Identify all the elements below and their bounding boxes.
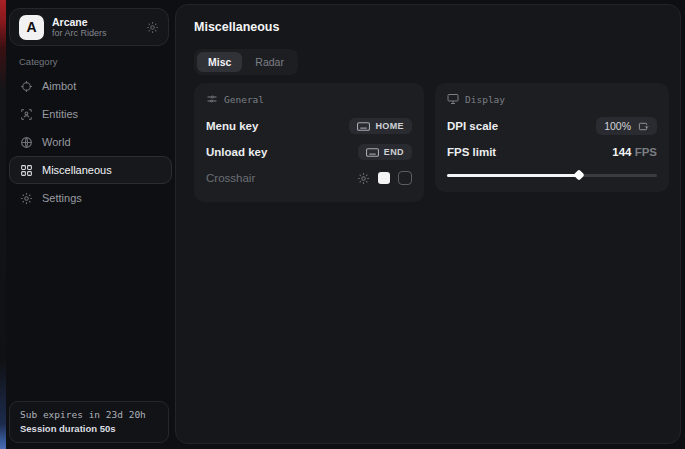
slider-fill <box>447 174 579 177</box>
dpi-scale-label: DPI scale <box>447 120 498 132</box>
crosshair-row: Crosshair <box>206 166 412 190</box>
sidebar-item-world[interactable]: World <box>9 128 172 156</box>
app-title: Arcane <box>52 16 138 28</box>
sidebar-item-label: Entities <box>42 108 78 120</box>
gear-icon[interactable] <box>357 172 370 185</box>
menu-key-bind-button[interactable]: HOME <box>349 118 412 134</box>
display-card-title: Display <box>465 94 505 105</box>
sidebar-item-label: World <box>42 136 71 148</box>
menu-key-row: Menu key HOME <box>206 114 412 138</box>
scan-person-icon <box>20 108 33 121</box>
fps-unit: FPS <box>635 146 657 158</box>
dpi-scale-value: 100% <box>604 120 631 132</box>
sidebar-nav: Aimbot Entities World Miscellaneous Sett… <box>6 72 175 212</box>
fps-limit-value: 144 FPS <box>612 146 657 158</box>
sidebar-item-aimbot[interactable]: Aimbot <box>9 72 172 100</box>
sidebar-item-label: Settings <box>42 192 82 204</box>
session-duration-text: Session duration 50s <box>20 423 158 434</box>
fps-limit-slider[interactable] <box>447 170 657 180</box>
main-panel: Miscellaneous Misc Radar General Menu ke… <box>175 4 681 444</box>
unload-key-label: Unload key <box>206 146 267 158</box>
gear-icon[interactable] <box>146 21 159 34</box>
tab-misc[interactable]: Misc <box>197 52 242 72</box>
menu-key-label: Menu key <box>206 120 258 132</box>
display-card: Display DPI scale 100% FPS limit 144 FPS <box>435 83 669 192</box>
app-meta: Arcane for Arc Riders <box>52 16 138 38</box>
sidebar-item-label: Aimbot <box>42 80 76 92</box>
sidebar-item-entities[interactable]: Entities <box>9 100 172 128</box>
unload-key-row: Unload key END <box>206 140 412 164</box>
app-subtitle: for Arc Riders <box>52 28 138 38</box>
crosshair-icon <box>20 80 33 93</box>
keyboard-icon <box>366 148 379 157</box>
subscription-card: Sub expires in 23d 20h Session duration … <box>9 401 169 443</box>
fps-limit-label: FPS limit <box>447 146 496 158</box>
tab-radar[interactable]: Radar <box>244 52 295 72</box>
cards-row: General Menu key HOME Unload key END <box>194 83 669 202</box>
gear-icon <box>20 192 33 205</box>
grid-icon <box>20 164 33 177</box>
monitor-icon <box>447 93 459 105</box>
slider-thumb[interactable] <box>574 169 585 180</box>
crosshair-controls <box>357 171 412 185</box>
general-card-header: General <box>206 93 412 105</box>
display-card-header: Display <box>447 93 657 105</box>
sidebar: A Arcane for Arc Riders Category Aimbot … <box>6 0 175 449</box>
sidebar-item-miscellaneous[interactable]: Miscellaneous <box>9 156 172 184</box>
sidebar-item-label: Miscellaneous <box>42 164 112 176</box>
sliders-icon <box>206 93 218 105</box>
cycle-icon <box>638 121 649 132</box>
general-card-title: General <box>224 94 264 105</box>
app-logo: A <box>19 15 44 40</box>
crosshair-label: Crosshair <box>206 172 255 184</box>
globe-icon <box>20 136 33 149</box>
unload-key-bind-button[interactable]: END <box>358 144 412 160</box>
page-title: Miscellaneous <box>194 20 279 34</box>
crosshair-checkbox[interactable] <box>398 171 412 185</box>
sub-expires-text: Sub expires in 23d 20h <box>20 409 158 420</box>
category-label: Category <box>19 56 58 67</box>
tab-bar: Misc Radar <box>194 49 298 75</box>
menu-key-value: HOME <box>375 121 404 131</box>
fps-limit-row: FPS limit 144 FPS <box>447 140 657 164</box>
sidebar-item-settings[interactable]: Settings <box>9 184 172 212</box>
dpi-scale-select[interactable]: 100% <box>596 117 657 135</box>
dpi-scale-row: DPI scale 100% <box>447 114 657 138</box>
unload-key-value: END <box>384 147 404 157</box>
keyboard-icon <box>357 122 370 131</box>
app-header-card: A Arcane for Arc Riders <box>9 8 169 46</box>
crosshair-color-swatch[interactable] <box>378 172 390 184</box>
general-card: General Menu key HOME Unload key END <box>194 83 424 202</box>
